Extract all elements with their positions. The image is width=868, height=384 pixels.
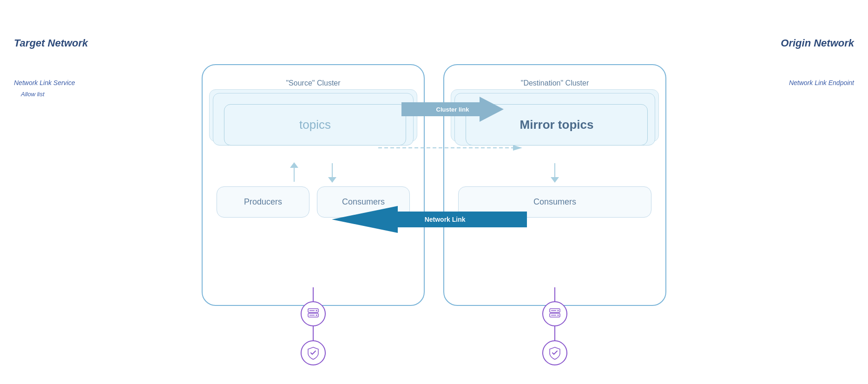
dest-server-icon	[542, 301, 567, 326]
source-cluster-box: "Source" Cluster topics	[202, 64, 425, 306]
origin-network-label: Origin Network	[781, 37, 854, 49]
cluster-link-container: Cluster link	[401, 97, 513, 122]
source-icon-line-top	[313, 287, 314, 301]
cluster-link-arrow: Cluster link	[401, 97, 504, 122]
server-icon-svg	[306, 307, 320, 321]
network-link-arrow: Network Link	[332, 206, 527, 233]
destination-cluster-label: "Destination" Cluster	[458, 79, 651, 87]
dest-shield-icon	[542, 340, 567, 365]
source-icon-line-mid	[313, 326, 314, 340]
page-container: Target Network Network Link Service Allo…	[0, 0, 868, 384]
mirror-vertical-arrow	[458, 163, 651, 182]
network-link-container: Network Link	[332, 206, 532, 233]
diagram: "Source" Cluster topics	[202, 64, 666, 306]
shield-icon-svg	[306, 346, 320, 360]
network-link-endpoint-label: Network Link Endpoint	[789, 79, 854, 86]
producers-box: Producers	[217, 186, 309, 218]
source-cluster-label: "Source" Cluster	[217, 79, 410, 87]
allow-list-label: Allow list	[21, 91, 45, 98]
topics-box: topics	[224, 104, 406, 146]
svg-point-12	[558, 310, 559, 311]
dest-icon-line-mid	[554, 326, 555, 340]
svg-point-3	[316, 315, 317, 316]
network-link-service-label: Network Link Service	[14, 79, 75, 86]
dashed-connector	[378, 144, 522, 145]
dest-icon-line-top	[554, 287, 555, 301]
down-arrow	[332, 163, 333, 182]
vertical-arrows	[217, 163, 410, 182]
svg-marker-8	[513, 145, 522, 151]
cluster-link-label: Cluster link	[436, 106, 469, 113]
target-network-label: Target Network	[14, 37, 88, 49]
source-icon-connector	[301, 287, 326, 365]
dashed-line-svg	[378, 145, 522, 151]
svg-point-2	[316, 310, 317, 311]
dest-shield-icon-svg	[548, 346, 562, 360]
destination-icon-connector	[542, 287, 567, 365]
svg-point-13	[558, 315, 559, 316]
topics-text: topics	[299, 118, 331, 132]
topics-stack: topics	[217, 97, 410, 149]
network-link-label: Network Link	[425, 216, 466, 223]
dest-server-icon-svg	[548, 307, 562, 321]
up-arrow	[294, 163, 295, 182]
source-server-icon	[301, 301, 326, 326]
source-shield-icon	[301, 340, 326, 365]
mirror-topics-text: Mirror topics	[520, 118, 594, 132]
